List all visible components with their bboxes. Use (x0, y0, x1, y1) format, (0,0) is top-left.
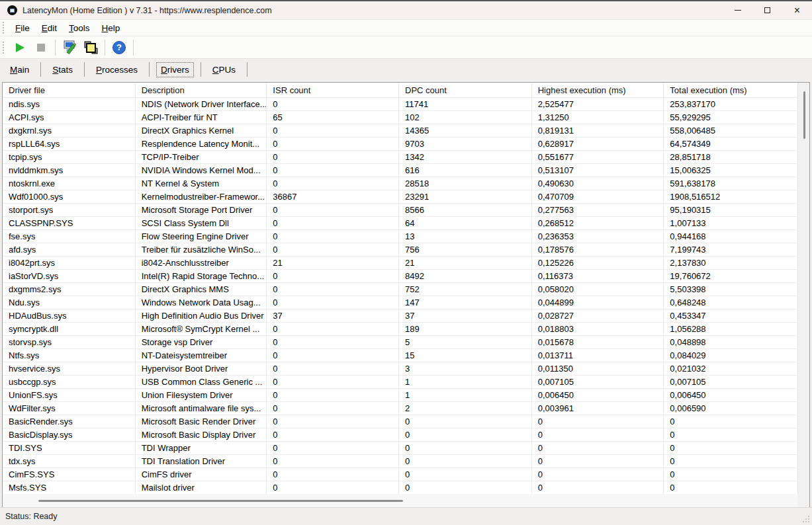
column-header-0[interactable]: Driver file (3, 83, 136, 98)
table-cell: Resplendence Latency Monit... (136, 138, 267, 151)
table-row[interactable]: Wdf01000.sysKernelmodustreiber-Framewor.… (3, 190, 797, 204)
table-row[interactable]: i8042prt.sysi8042-Anschlusstreiber21210,… (3, 257, 797, 270)
table-cell: 2,525477 (532, 98, 664, 111)
table-row[interactable]: storvsp.sysStorage vsp Driver050,0156780… (3, 336, 797, 349)
table-row[interactable]: ntoskrnl.exeNT Kernel & System0285180,49… (3, 177, 797, 190)
table-row[interactable]: tcpip.sysTCP/IP-Treiber013420,55167728,8… (3, 151, 797, 164)
table-cell: 8492 (399, 270, 532, 283)
table-cell: 0 (267, 98, 399, 111)
table-row[interactable]: iaStorVD.sysIntel(R) Rapid Storage Techn… (3, 270, 797, 283)
column-header-2[interactable]: ISR count (267, 83, 399, 98)
table-cell: 21 (267, 257, 399, 270)
table-row[interactable]: CimFS.SYSCimFS driver0000 (3, 468, 797, 481)
minimize-button[interactable] (723, 1, 752, 19)
table-cell: 11741 (399, 98, 532, 111)
menu-item-edit[interactable]: Edit (36, 21, 63, 35)
table-row[interactable]: storport.sysMicrosoft Storage Port Drive… (3, 204, 797, 217)
table-row[interactable]: UnionFS.sysUnion Filesystem Driver010,00… (3, 389, 797, 402)
table-row[interactable]: ACPI.sysACPI-Treiber für NT651021,312505… (3, 111, 797, 124)
table-cell: HDAudBus.sys (3, 309, 136, 323)
table-row[interactable]: WdFilter.sysMicrosoft antimalware file s… (3, 402, 797, 415)
table-row[interactable]: dxgmms2.sysDirectX Graphics MMS07520,058… (3, 283, 797, 296)
table-row[interactable]: TDI.SYSTDI Wrapper0000 (3, 442, 797, 455)
table-row[interactable]: HDAudBus.sysHigh Definition Audio Bus Dr… (3, 309, 797, 323)
table-row[interactable]: CLASSPNP.SYSSCSI Class System Dll0640,26… (3, 217, 797, 230)
table-cell: 0 (267, 468, 399, 481)
menubar-gripper[interactable] (3, 22, 5, 34)
table-row[interactable]: Msfs.SYSMailslot driver0000 (3, 481, 797, 494)
table-row[interactable]: fse.sysFlow Steering Engine Driver0130,2… (3, 230, 797, 243)
table-cell: Union Filesystem Driver (136, 389, 267, 402)
table-cell: 0 (399, 481, 532, 494)
table-cell: SCSI Class System Dll (136, 217, 267, 230)
table-header-row: Driver fileDescriptionISR countDPC count… (3, 83, 797, 98)
table-cell: 1,31250 (532, 111, 664, 124)
horizontal-scrollbar-thumb[interactable] (38, 500, 403, 502)
table-cell: hvservice.sys (3, 362, 136, 376)
tab-cpus[interactable]: CPUs (208, 62, 240, 77)
table-row[interactable]: ndis.sysNDIS (Network Driver Interface..… (3, 98, 797, 111)
table-cell: 0,490630 (532, 177, 664, 190)
resize-grip-icon[interactable] (808, 521, 809, 522)
tab-drivers[interactable]: Drivers (156, 62, 194, 77)
maximize-button[interactable] (752, 1, 782, 19)
menu-item-file[interactable]: File (9, 21, 36, 35)
tab-separator (201, 62, 201, 77)
tool-options-button[interactable] (60, 39, 79, 56)
table-cell: 0,178576 (532, 243, 664, 257)
table-cell: 0 (664, 468, 797, 481)
tab-strip: MainStatsProcessesDriversCPUs (0, 59, 812, 80)
table-cell: DirectX Graphics Kernel (136, 124, 267, 138)
table-row[interactable]: BasicDisplay.sysMicrosoft Basic Display … (3, 428, 797, 442)
table-cell: 0 (267, 323, 399, 336)
table-cell: Ntfs.sys (3, 349, 136, 362)
table-row[interactable]: BasicRender.sysMicrosoft Basic Render Dr… (3, 415, 797, 428)
vertical-scrollbar-thumb[interactable] (803, 91, 805, 139)
stop-icon (37, 44, 45, 52)
tab-processes[interactable]: Processes (91, 62, 142, 77)
minimize-icon (735, 10, 741, 11)
horizontal-scrollbar[interactable] (3, 494, 797, 507)
close-button[interactable]: × (782, 1, 812, 19)
table-cell: 0 (267, 455, 399, 468)
table-row[interactable]: usbccgp.sysUSB Common Class Generic ...0… (3, 376, 797, 389)
table-row[interactable]: Ntfs.sysNT-Dateisystemtreiber0150,013711… (3, 349, 797, 362)
tab-main[interactable]: Main (5, 62, 34, 77)
table-row[interactable]: rspLLL64.sysResplendence Latency Monit..… (3, 138, 797, 151)
table-cell: 0 (267, 138, 399, 151)
table-row[interactable]: dxgkrnl.sysDirectX Graphics Kernel014365… (3, 124, 797, 138)
table-row[interactable]: hvservice.sysHypervisor Boot Driver030,0… (3, 362, 797, 376)
vertical-scrollbar[interactable] (797, 83, 809, 494)
menu-item-tools[interactable]: Tools (63, 21, 96, 35)
table-cell: 9703 (399, 138, 532, 151)
table-cell: 1,056288 (664, 323, 797, 336)
column-header-4[interactable]: Highest execution (ms) (532, 83, 664, 98)
table-cell: 0 (267, 336, 399, 349)
column-header-3[interactable]: DPC count (399, 83, 532, 98)
help-button[interactable]: ? (110, 39, 128, 56)
report-button[interactable] (81, 39, 100, 56)
start-monitor-button[interactable] (11, 39, 29, 56)
table-cell: 0,028727 (532, 309, 664, 323)
table-cell: 0 (664, 415, 797, 428)
menu-item-help[interactable]: Help (96, 21, 126, 35)
column-header-5[interactable]: Total execution (ms) (664, 83, 797, 98)
table-cell: 0 (267, 283, 399, 296)
table-cell: 0 (267, 362, 399, 376)
table-row[interactable]: symcryptk.dllMicrosoft® SymCrypt Kernel … (3, 323, 797, 336)
table-row[interactable]: afd.sysTreiber für zusätzliche WinSo...0… (3, 243, 797, 257)
table-row[interactable]: nvlddmkm.sysNVIDIA Windows Kernel Mod...… (3, 164, 797, 177)
table-cell: 0 (267, 204, 399, 217)
tab-stats[interactable]: Stats (48, 62, 77, 77)
table-cell: Wdf01000.sys (3, 190, 136, 204)
table-cell: Intel(R) Rapid Storage Techno... (136, 270, 267, 283)
table-row[interactable]: Ndu.sysWindows Network Data Usag...01470… (3, 296, 797, 309)
table-cell: 147 (399, 296, 532, 309)
table-cell: iaStorVD.sys (3, 270, 136, 283)
toolbar-gripper[interactable] (3, 42, 5, 54)
stop-monitor-button[interactable] (32, 39, 50, 56)
window-title: LatencyMon (Home Edition ) v 7.31 - http… (23, 6, 272, 15)
table-row[interactable]: tdx.sysTDI Translation Driver0000 (3, 455, 797, 468)
column-header-1[interactable]: Description (136, 83, 267, 98)
table-cell: Treiber für zusätzliche WinSo... (136, 243, 267, 257)
